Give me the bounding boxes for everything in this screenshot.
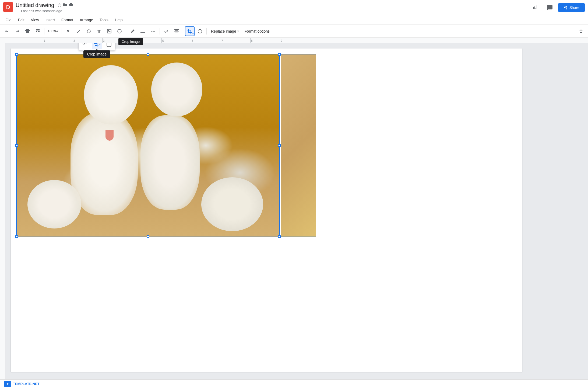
- svg-rect-19: [107, 43, 111, 47]
- svg-rect-15: [174, 32, 179, 32]
- separator-4: [160, 28, 160, 34]
- handle-bottom-center[interactable]: [147, 235, 149, 238]
- vertical-ruler: [0, 43, 5, 379]
- line-button[interactable]: [74, 26, 83, 36]
- svg-rect-9: [140, 32, 145, 33]
- last-edit: Last edit was seconds ago: [21, 9, 62, 13]
- format-options-button[interactable]: Format options: [242, 28, 272, 34]
- image-container[interactable]: ▾ Crop image: [16, 54, 280, 237]
- menu-format[interactable]: Format: [58, 17, 76, 23]
- options-button[interactable]: [115, 26, 124, 36]
- svg-rect-13: [174, 29, 179, 30]
- canvas-page: ▾ Crop image: [11, 48, 522, 372]
- crop-image-tooltip-label: Crop image: [87, 52, 107, 56]
- ruler-mark-9: 9: [280, 38, 309, 43]
- canvas-area: ▾ Crop image: [0, 43, 588, 379]
- ruler-mark-6: 6: [191, 38, 221, 43]
- redo-button[interactable]: [12, 26, 22, 36]
- title-section: Untitled drawing ☆ Last edit was seconds…: [16, 2, 73, 13]
- align-button[interactable]: [172, 26, 181, 36]
- svg-line-2: [77, 30, 80, 33]
- popup-separator-2: [103, 43, 103, 48]
- zoom-label: 100%: [48, 29, 57, 33]
- handle-top-right[interactable]: [278, 53, 281, 56]
- select-button[interactable]: [64, 26, 73, 36]
- folder-icon[interactable]: [63, 2, 68, 8]
- link-button[interactable]: [161, 26, 171, 36]
- puppy-2-body: [71, 113, 138, 215]
- mask-button[interactable]: [195, 26, 205, 36]
- menu-tools[interactable]: Tools: [96, 17, 112, 23]
- popup-add-button[interactable]: [80, 43, 90, 49]
- collapse-toolbar-button[interactable]: [576, 26, 586, 36]
- ruler-mark-1: 1: [43, 38, 73, 43]
- svg-rect-11: [153, 31, 154, 32]
- separator-1: [44, 28, 44, 34]
- comments-button[interactable]: [544, 2, 555, 13]
- dash-button[interactable]: [148, 26, 158, 36]
- shape-button[interactable]: [84, 26, 94, 36]
- replace-image-button[interactable]: Replace image ▾: [208, 28, 241, 34]
- handle-bottom-left[interactable]: [15, 235, 18, 238]
- menu-arrange[interactable]: Arrange: [76, 17, 96, 23]
- pen-button[interactable]: [128, 26, 138, 36]
- handle-bottom-right[interactable]: [278, 235, 281, 238]
- svg-point-3: [87, 30, 90, 33]
- popup-separator-1: [91, 43, 91, 48]
- menu-bar: File Edit View Insert Format Arrange Too…: [0, 15, 588, 25]
- svg-rect-16: [175, 33, 178, 33]
- puppies-image: [17, 54, 279, 237]
- bottom-bar: T TEMPLATE.NET: [0, 379, 588, 388]
- print-button[interactable]: [23, 26, 32, 36]
- handle-middle-right[interactable]: [278, 144, 281, 147]
- drawing-canvas[interactable]: ▾ Crop image: [5, 43, 588, 379]
- svg-rect-8: [140, 30, 145, 30]
- image-button[interactable]: [104, 26, 114, 36]
- star-icon[interactable]: ☆: [57, 2, 62, 8]
- handle-middle-left[interactable]: [15, 144, 18, 147]
- horizontal-ruler: 1 2 3 4 5 6 7 8 9: [0, 38, 588, 43]
- template-logo: T TEMPLATE.NET: [4, 381, 40, 387]
- puppy-mouth: [105, 130, 114, 141]
- menu-file[interactable]: File: [2, 17, 15, 23]
- popup-crop-button[interactable]: ▾ Crop image: [92, 43, 102, 49]
- ruler-mark-7: 7: [221, 38, 250, 43]
- cloud-icon[interactable]: [69, 2, 73, 8]
- svg-rect-7: [140, 31, 145, 31]
- format-options-label: Format options: [245, 29, 270, 33]
- analytics-button[interactable]: [530, 2, 541, 13]
- menu-insert[interactable]: Insert: [42, 17, 58, 23]
- app-logo: D: [3, 2, 13, 13]
- menu-view[interactable]: View: [28, 17, 42, 23]
- puppy-3-head: [151, 63, 202, 116]
- svg-rect-14: [175, 30, 178, 31]
- paint-format-button[interactable]: [33, 26, 43, 36]
- popup-mask-button[interactable]: [104, 43, 114, 49]
- replace-image-chevron-icon: ▾: [237, 30, 239, 33]
- template-logo-text: TEMPLATE.NET: [13, 382, 40, 386]
- share-label: Share: [569, 5, 579, 10]
- image-toolbar-popup: ▾ Crop image: [79, 43, 115, 51]
- menu-edit[interactable]: Edit: [15, 17, 28, 23]
- svg-rect-10: [151, 31, 152, 32]
- share-button[interactable]: Share: [558, 3, 585, 12]
- ruler-mark-2: 2: [73, 38, 102, 43]
- zoom-dropdown[interactable]: 100% ▾: [46, 28, 60, 34]
- svg-point-6: [118, 29, 121, 33]
- toolbar: 100% ▾: [0, 25, 588, 38]
- crop-image-tooltip: Crop image: [83, 50, 110, 58]
- doc-title[interactable]: Untitled drawing: [16, 2, 54, 8]
- handle-top-left[interactable]: [15, 53, 18, 56]
- crop-tool-button[interactable]: ▾: [185, 26, 195, 36]
- template-logo-icon: T: [4, 381, 11, 387]
- image-right-strip: [281, 54, 316, 237]
- handle-top-center[interactable]: [147, 53, 149, 56]
- line-weight-button[interactable]: [138, 26, 148, 36]
- separator-3: [126, 28, 126, 34]
- menu-help[interactable]: Help: [112, 17, 126, 23]
- title-bar: D Untitled drawing ☆ Last edit was secon…: [0, 0, 588, 15]
- undo-button[interactable]: [2, 26, 12, 36]
- ruler-mark-8: 8: [250, 38, 280, 43]
- text-button[interactable]: [94, 26, 104, 36]
- separator-6: [206, 28, 207, 34]
